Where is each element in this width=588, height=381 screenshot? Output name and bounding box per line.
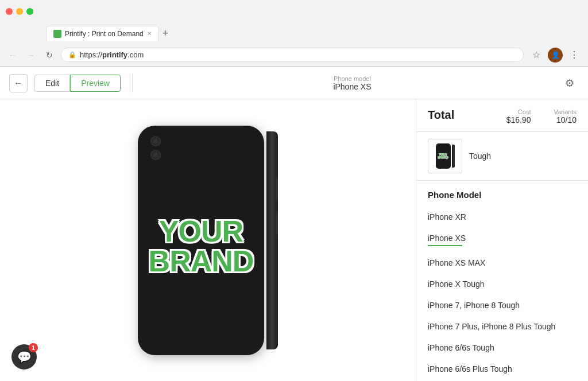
settings-button[interactable]: ⚙ <box>560 74 579 92</box>
maximize-window-button[interactable] <box>26 8 33 15</box>
thumb-case: YOURBRAND <box>436 143 451 169</box>
url-protocol: https:// <box>80 50 102 59</box>
model-item[interactable]: iPhone 7 Plus, iPhone 8 Plus Tough <box>428 316 577 337</box>
phone-case-side <box>266 131 278 349</box>
window-controls <box>6 8 33 15</box>
active-tab[interactable]: Printify : Print on Demand ✕ <box>46 26 159 41</box>
panel-stats: Cost $16.90 Variants 10/10 <box>506 108 577 125</box>
reload-nav-button[interactable]: ↻ <box>42 48 56 62</box>
lock-icon: 🔒 <box>68 51 76 59</box>
model-item[interactable]: iPhone 6/6s Plus Tough <box>428 359 577 380</box>
tab-bar: Printify : Print on Demand ✕ + <box>0 23 588 44</box>
panel-variants: Variants 10/10 <box>554 108 577 125</box>
forward-nav-button[interactable]: → <box>24 48 38 62</box>
model-item[interactable]: iPhone XS <box>428 228 577 252</box>
product-thumbnail: YOURBRAND <box>428 139 462 173</box>
main-content: YOUR BRAND Total Cost $16.90 <box>0 99 588 381</box>
chat-button[interactable]: 💬 1 <box>11 344 37 370</box>
side-button-2 <box>276 212 278 235</box>
user-avatar[interactable]: 👤 <box>548 48 563 63</box>
side-button-1 <box>276 177 278 200</box>
product-preview-row: YOURBRAND Tough <box>416 132 588 181</box>
right-panel: Total Cost $16.90 Variants 10/10 <box>416 99 588 381</box>
model-item[interactable]: iPhone 7, iPhone 8 Tough <box>428 295 577 316</box>
phone-model-section: Phone Model iPhone XRiPhone XSiPhone XS … <box>416 181 588 381</box>
minimize-window-button[interactable] <box>16 8 23 15</box>
phone-preview: YOUR BRAND <box>138 126 278 355</box>
close-window-button[interactable] <box>6 8 13 15</box>
chat-badge: 1 <box>29 343 38 352</box>
edit-preview-toggle: Edit Preview <box>34 75 121 92</box>
phone-model-label: Phone model <box>334 75 371 82</box>
phone-model-value: iPhone XS <box>333 82 371 91</box>
model-item[interactable]: iPhone XS MAX <box>428 252 577 274</box>
phone-model-info: Phone model iPhone XS <box>144 75 560 91</box>
model-list: iPhone XRiPhone XSiPhone XS MAXiPhone X … <box>428 207 577 380</box>
thumb-brand: YOURBRAND <box>438 153 448 159</box>
brand-line-2: BRAND <box>149 246 254 276</box>
variants-label: Variants <box>554 108 577 115</box>
brand-text: YOUR BRAND <box>149 216 254 276</box>
cost-value: $16.90 <box>506 115 531 125</box>
total-label: Total <box>428 108 454 122</box>
panel-header: Total Cost $16.90 Variants 10/10 <box>416 99 588 132</box>
toolbar: ← Edit Preview Phone model iPhone XS ⚙ <box>0 67 588 99</box>
thumb-side <box>452 145 455 168</box>
chat-icon: 💬 <box>17 350 32 364</box>
tab-favicon <box>53 30 61 38</box>
url-text: https://printify.com <box>80 50 144 59</box>
url-bar[interactable]: 🔒 https://printify.com <box>61 48 524 62</box>
model-item[interactable]: iPhone X Tough <box>428 274 577 295</box>
preview-button[interactable]: Preview <box>70 75 121 92</box>
menu-button[interactable]: ⋮ <box>566 47 582 63</box>
panel-cost: Cost $16.90 <box>506 108 531 125</box>
model-item[interactable]: iPhone 6/6s Tough <box>428 337 577 359</box>
camera-lens-1 <box>150 136 161 146</box>
browser-nav: ← → ↻ 🔒 https://printify.com ☆ 👤 ⋮ <box>0 44 588 67</box>
model-item[interactable]: iPhone XR <box>428 207 577 228</box>
back-button[interactable]: ← <box>9 74 28 92</box>
cost-label: Cost <box>506 108 531 115</box>
bookmark-button[interactable]: ☆ <box>528 47 544 63</box>
product-name: Tough <box>469 151 491 161</box>
app-container: ← Edit Preview Phone model iPhone XS ⚙ <box>0 67 588 381</box>
brand-line-1: YOUR <box>159 216 243 246</box>
thumb-inner: YOURBRAND <box>436 143 455 169</box>
back-nav-button[interactable]: ← <box>6 48 20 62</box>
new-tab-button[interactable]: + <box>163 28 169 40</box>
camera-lens-2 <box>150 150 161 160</box>
variants-value: 10/10 <box>554 115 577 125</box>
phone-case-back: YOUR BRAND <box>138 126 264 355</box>
toolbar-divider <box>132 74 133 92</box>
browser-titlebar <box>0 0 588 23</box>
tab-title: Printify : Print on Demand <box>65 30 144 38</box>
phone-cameras <box>150 136 161 160</box>
nav-actions: ☆ 👤 ⋮ <box>528 47 582 63</box>
tab-close-button[interactable]: ✕ <box>147 30 152 37</box>
browser-chrome: Printify : Print on Demand ✕ + ← → ↻ 🔒 h… <box>0 0 588 67</box>
edit-button[interactable]: Edit <box>34 75 70 92</box>
preview-area: YOUR BRAND <box>0 99 416 381</box>
section-title: Phone Model <box>428 190 577 200</box>
url-domain: printify <box>102 50 127 59</box>
url-tld: .com <box>127 50 144 59</box>
